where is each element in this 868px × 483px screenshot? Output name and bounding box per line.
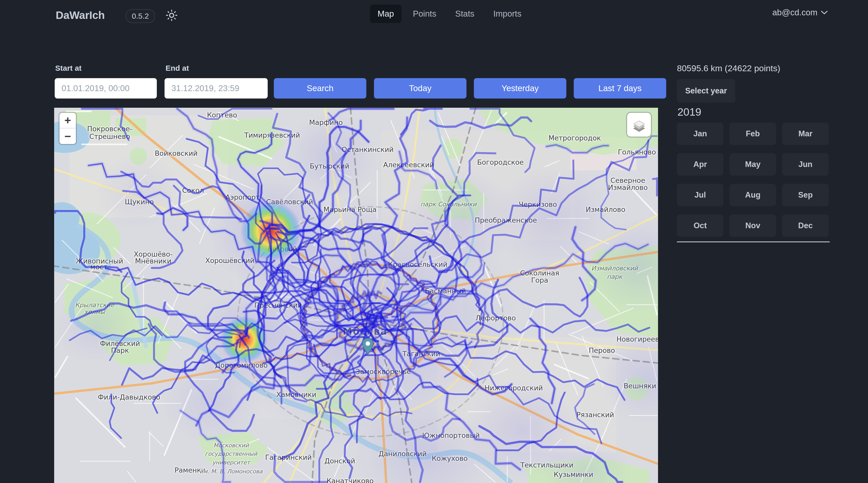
user-email: ab@cd.com (772, 8, 817, 18)
chevron-down-icon (821, 10, 828, 14)
tab-imports[interactable]: Imports (486, 5, 529, 23)
start-at-label: Start at (55, 64, 82, 72)
month-button-aug[interactable]: Aug (730, 184, 776, 206)
gps-tracks-overlay (54, 108, 658, 483)
sidebar-divider (677, 242, 830, 242)
month-button-sep[interactable]: Sep (782, 184, 829, 206)
today-button[interactable]: Today (374, 78, 466, 99)
map-zoom-control: + − (60, 113, 76, 144)
month-button-jun[interactable]: Jun (782, 153, 829, 175)
month-button-jan[interactable]: Jan (677, 123, 723, 145)
month-button-feb[interactable]: Feb (730, 123, 776, 145)
yesterday-button[interactable]: Yesterday (474, 78, 566, 99)
month-button-nov[interactable]: Nov (730, 215, 776, 237)
tab-points[interactable]: Points (405, 5, 444, 23)
dawarich-app: { "app": { "name": "DaWarIch", "version"… (0, 0, 868, 483)
layers-icon (632, 118, 646, 132)
layers-control-button[interactable] (627, 113, 651, 136)
year-heading: 2019 (677, 106, 701, 118)
month-button-mar[interactable]: Mar (782, 123, 829, 145)
month-button-dec[interactable]: Dec (782, 215, 829, 237)
main-nav: MapPointsStatsImports (370, 5, 529, 23)
select-year-button[interactable]: Select year (677, 79, 735, 103)
tab-map[interactable]: Map (370, 5, 402, 23)
last-7-days-button[interactable]: Last 7 days (574, 78, 666, 99)
distance-points-stats: 80595.6 km (24622 points) (677, 63, 780, 73)
app-logo[interactable]: DaWarIch (56, 9, 105, 22)
month-button-jul[interactable]: Jul (677, 184, 723, 206)
end-date-input[interactable] (164, 78, 268, 99)
version-badge: 0.5.2 (126, 9, 155, 23)
zoom-in-button[interactable]: + (60, 113, 76, 128)
user-menu[interactable]: ab@cd.com (772, 8, 828, 18)
search-button[interactable]: Search (274, 78, 366, 99)
map-canvas[interactable]: КоптевоПокровское-СтрешневоТимирязевский… (54, 108, 658, 483)
start-date-input[interactable] (55, 78, 157, 99)
months-grid: JanFebMarAprMayJunJulAugSepOctNovDec (677, 123, 830, 237)
zoom-out-button[interactable]: − (60, 128, 76, 144)
end-at-label: End at (165, 64, 189, 72)
month-button-may[interactable]: May (730, 153, 776, 175)
sun-icon (166, 9, 178, 21)
location-marker-icon[interactable] (362, 338, 374, 356)
month-button-apr[interactable]: Apr (677, 153, 723, 175)
tab-stats[interactable]: Stats (447, 5, 482, 23)
theme-toggle-button[interactable] (165, 8, 179, 22)
month-button-oct[interactable]: Oct (677, 215, 723, 237)
